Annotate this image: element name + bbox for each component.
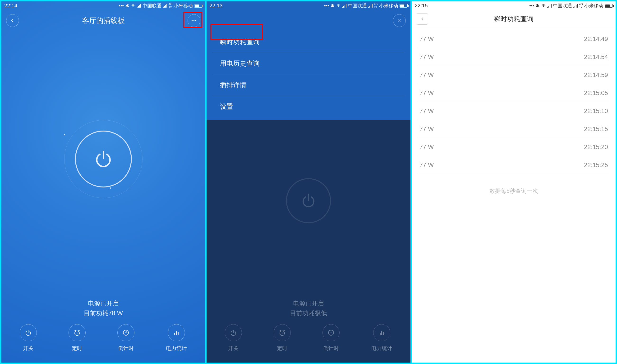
- statusbar-icons: ••• ✱ 中国联通 4G1x 小米移动: [119, 3, 202, 9]
- svg-point-19: [125, 332, 126, 333]
- status-text: 电源已开启 目前功耗78 W: [1, 299, 205, 318]
- close-button[interactable]: [393, 14, 406, 27]
- list-item: 77 W22:14:59: [418, 66, 609, 84]
- signal2-icon: [163, 4, 167, 8]
- svg-rect-48: [575, 6, 575, 8]
- nav-power: 开关: [225, 324, 242, 352]
- svg-rect-40: [380, 333, 381, 335]
- svg-rect-21: [176, 331, 177, 335]
- statusbar-time: 22:13: [209, 3, 222, 9]
- svg-rect-27: [368, 7, 369, 8]
- svg-point-16: [74, 330, 76, 331]
- svg-rect-3: [140, 4, 141, 8]
- svg-rect-29: [371, 5, 371, 8]
- power-icon: [25, 329, 32, 337]
- nav-timer[interactable]: 定时: [68, 324, 86, 352]
- list-item: 77 W22:15:05: [418, 84, 609, 102]
- svg-rect-22: [178, 332, 179, 335]
- svg-rect-2: [139, 5, 140, 8]
- power-icon: [299, 191, 318, 210]
- svg-rect-43: [547, 7, 548, 8]
- page-title: 瞬时功耗查询: [428, 14, 600, 24]
- statusbar-time: 22:15: [415, 3, 428, 9]
- svg-rect-1: [138, 6, 139, 8]
- bluetooth-icon: ✱: [125, 3, 129, 9]
- battery-icon: [194, 4, 202, 8]
- nav-stats: 电力统计: [371, 324, 392, 352]
- svg-rect-28: [369, 6, 370, 8]
- nav-countdown[interactable]: 倒计时: [117, 324, 134, 352]
- list-item: 77 W22:14:54: [418, 48, 609, 66]
- power-button-area: [1, 19, 205, 299]
- status-line1: 电源已开启: [1, 299, 205, 309]
- menu-history[interactable]: 用电历史查询: [213, 53, 404, 74]
- menu-instant-power[interactable]: 瞬时功耗查询: [213, 31, 404, 53]
- screen-powerstrip-menu: 22:13 •••✱ 中国联通 4G1x 小米移动 瞬时功耗查询 用电历史查询 …: [207, 1, 410, 363]
- statusbar-time: 22:14: [4, 3, 17, 9]
- svg-rect-49: [576, 5, 577, 8]
- dropdown-panel: 22:13 •••✱ 中国联通 4G1x 小米移动 瞬时功耗查询 用电历史查询 …: [207, 1, 410, 120]
- svg-rect-0: [137, 7, 137, 8]
- nav-timer: 定时: [274, 324, 291, 352]
- svg-point-36: [280, 330, 281, 331]
- svg-rect-26: [346, 4, 347, 8]
- carrier2-label: 小米移动: [174, 3, 193, 9]
- power-readings-list[interactable]: 77 W22:14:49 77 W22:14:54 77 W22:14:59 7…: [412, 28, 616, 174]
- nav-power[interactable]: 开关: [20, 324, 37, 352]
- countdown-icon: [122, 329, 130, 337]
- list-item: 77 W22:15:10: [418, 102, 609, 120]
- svg-point-37: [284, 330, 285, 331]
- svg-rect-30: [372, 4, 373, 8]
- svg-rect-25: [345, 5, 345, 8]
- header: 瞬时功耗查询: [412, 10, 616, 28]
- close-icon: [397, 18, 402, 23]
- svg-rect-46: [551, 4, 551, 8]
- list-item: 77 W22:14:49: [418, 30, 609, 48]
- wifi-icon: [541, 4, 546, 8]
- battery-icon: [605, 4, 613, 8]
- back-button[interactable]: [417, 13, 428, 25]
- svg-rect-42: [383, 332, 384, 335]
- statusbar: 22:15 •••✱ 中国联通 4G1x 小米移动: [412, 1, 616, 10]
- clock-icon: [73, 329, 81, 337]
- menu-settings[interactable]: 设置: [213, 96, 404, 117]
- svg-rect-23: [342, 7, 343, 8]
- battery-icon: [400, 4, 408, 8]
- list-item: 77 W22:15:20: [418, 138, 609, 156]
- svg-rect-6: [165, 5, 166, 8]
- svg-rect-45: [550, 5, 550, 8]
- screen-powerstrip-main: 22:14 ••• ✱ 中国联通 4G1x 小米移动 客厅的插线板: [1, 1, 205, 363]
- nav-countdown: 倒计时: [322, 324, 340, 352]
- wifi-icon: [131, 4, 135, 8]
- dimmed-background: 电源已开启 目前功耗极低 开关 定时 倒计时 电力统计: [207, 120, 410, 363]
- statusbar: 22:14 ••• ✱ 中国联通 4G1x 小米移动: [1, 1, 205, 10]
- svg-rect-4: [163, 7, 164, 8]
- svg-rect-5: [164, 6, 165, 8]
- svg-rect-7: [166, 4, 167, 8]
- svg-point-17: [78, 330, 80, 331]
- svg-point-39: [331, 332, 332, 333]
- refresh-interval-note: 数据每5秒查询一次: [412, 174, 616, 195]
- screen-instant-power-list: 22:15 •••✱ 中国联通 4G1x 小米移动 瞬时功耗查询 77 W22:…: [412, 1, 616, 363]
- chevron-left-icon: [420, 17, 424, 21]
- list-item: 77 W22:15:25: [418, 156, 609, 174]
- svg-rect-50: [577, 4, 578, 8]
- svg-rect-47: [573, 7, 574, 8]
- list-item: 77 W22:15:15: [418, 120, 609, 138]
- carrier-label: 中国联通: [143, 3, 161, 9]
- svg-rect-44: [549, 6, 549, 8]
- power-toggle-button: [280, 178, 337, 235]
- menu-details[interactable]: 插排详情: [213, 74, 404, 96]
- signal-icon: [137, 4, 141, 8]
- barchart-icon: [173, 329, 180, 337]
- statusbar: 22:13 •••✱ 中国联通 4G1x 小米移动: [207, 1, 410, 10]
- svg-rect-41: [381, 331, 382, 335]
- status-line2: 目前功耗78 W: [1, 308, 205, 318]
- svg-rect-20: [174, 333, 175, 335]
- wifi-icon: [336, 4, 341, 8]
- nav-stats[interactable]: 电力统计: [166, 324, 187, 352]
- svg-rect-24: [343, 6, 344, 8]
- bottom-nav: 开关 定时 倒计时 电力统计: [1, 318, 205, 363]
- power-toggle-button[interactable]: [75, 130, 132, 187]
